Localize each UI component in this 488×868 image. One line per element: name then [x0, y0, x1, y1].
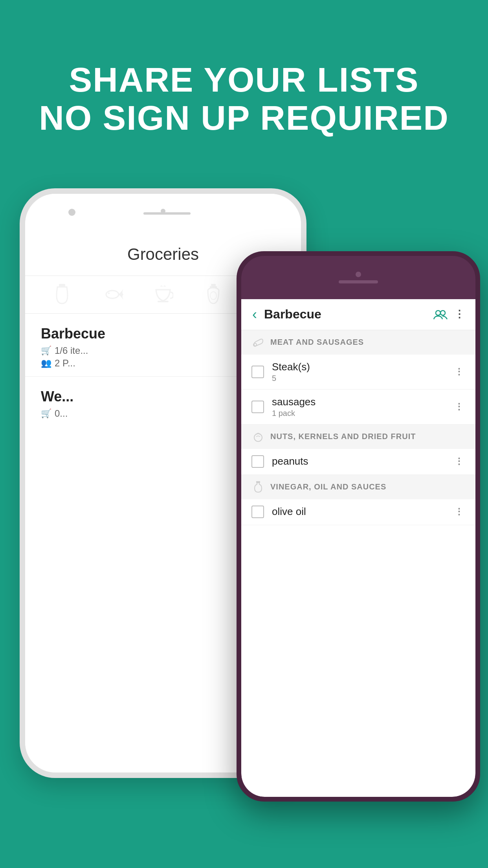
nav-title: Barbecue [264, 307, 427, 322]
category-icon-fish[interactable] [102, 284, 123, 305]
header-section: SHARE YOUR LISTS NO SIGN UP REQUIRED [0, 0, 488, 180]
phone-front-speaker [339, 280, 378, 283]
olive-oil-name: olive oil [272, 506, 452, 518]
steak-qty: 5 [272, 374, 452, 383]
svg-rect-4 [211, 284, 216, 286]
grocery-list[interactable]: MEAT AND SAUSAGES Steak(s) 5 ⋮ [241, 330, 475, 796]
category-icon-perfume[interactable] [203, 284, 224, 305]
sausages-qty: 1 pack [272, 409, 452, 418]
sausages-checkbox[interactable] [251, 401, 264, 413]
share-users-icon[interactable] [433, 309, 448, 320]
nuts-icon [251, 430, 265, 443]
sausages-info: sausages 1 pack [272, 396, 452, 418]
phone-back-dot [161, 209, 165, 213]
phone-back-camera [68, 209, 75, 216]
olive-oil-info: olive oil [272, 506, 452, 519]
nav-bar: ‹ Barbecue ⋮ [241, 299, 475, 330]
category-meat: MEAT AND SAUSAGES [241, 330, 475, 355]
category-icon-tea[interactable] [152, 284, 174, 305]
phone-back-speaker [143, 212, 191, 215]
item-sausages[interactable]: sausages 1 pack ⋮ [241, 390, 475, 425]
peanuts-checkbox[interactable] [251, 455, 264, 468]
category-vinegar: VINEGAR, OIL AND SAUCES [241, 475, 475, 499]
steak-info: Steak(s) 5 [272, 361, 452, 383]
meat-icon [251, 336, 265, 349]
svg-point-10 [440, 311, 445, 315]
vinegar-icon [251, 480, 265, 494]
svg-rect-3 [158, 301, 169, 302]
sausages-more-button[interactable]: ⋮ [452, 400, 465, 414]
phone-front: ‹ Barbecue ⋮ [237, 251, 480, 802]
sausages-name: sausages [272, 396, 452, 408]
item-steaks[interactable]: Steak(s) 5 ⋮ [241, 355, 475, 390]
people-icon: 👥 [41, 358, 51, 368]
nav-more-button[interactable]: ⋮ [454, 308, 464, 320]
peanuts-name: peanuts [272, 455, 452, 467]
meat-label: MEAT AND SAUSAGES [270, 338, 364, 347]
svg-point-2 [108, 292, 110, 294]
olive-oil-more-button[interactable]: ⋮ [452, 505, 465, 519]
steak-checkbox[interactable] [251, 366, 264, 378]
header-line1: SHARE YOUR LISTS [0, 61, 488, 99]
svg-point-9 [436, 311, 440, 315]
item-peanuts[interactable]: peanuts ⋮ [241, 449, 475, 475]
phone-front-camera [356, 272, 361, 277]
peanuts-info: peanuts [272, 455, 452, 468]
header-text: SHARE YOUR LISTS NO SIGN UP REQUIRED [0, 29, 488, 161]
steak-more-button[interactable]: ⋮ [452, 365, 465, 379]
app-screen-front: ‹ Barbecue ⋮ [241, 299, 475, 797]
peanuts-more-button[interactable]: ⋮ [452, 455, 465, 468]
header-line2: NO SIGN UP REQUIRED [0, 99, 488, 137]
phone-front-top [241, 256, 475, 299]
category-nuts: NUTS, KERNELS AND DRIED FRUIT [241, 425, 475, 449]
nuts-label: NUTS, KERNELS AND DRIED FRUIT [270, 432, 416, 441]
svg-point-6 [210, 292, 216, 300]
svg-point-1 [106, 291, 119, 298]
steak-name: Steak(s) [272, 361, 452, 373]
cart-icon-2: 🛒 [41, 408, 51, 419]
back-button[interactable]: ‹ [252, 306, 257, 323]
vinegar-label: VINEGAR, OIL AND SAUCES [270, 482, 386, 491]
category-icon-dairy[interactable] [51, 284, 73, 305]
phone-back-top [25, 194, 301, 233]
phones-container: Groceries [0, 180, 488, 849]
cart-icon: 🛒 [41, 346, 51, 356]
item-olive-oil[interactable]: olive oil ⋮ [241, 499, 475, 525]
olive-oil-checkbox[interactable] [251, 506, 264, 518]
svg-point-12 [254, 434, 262, 441]
